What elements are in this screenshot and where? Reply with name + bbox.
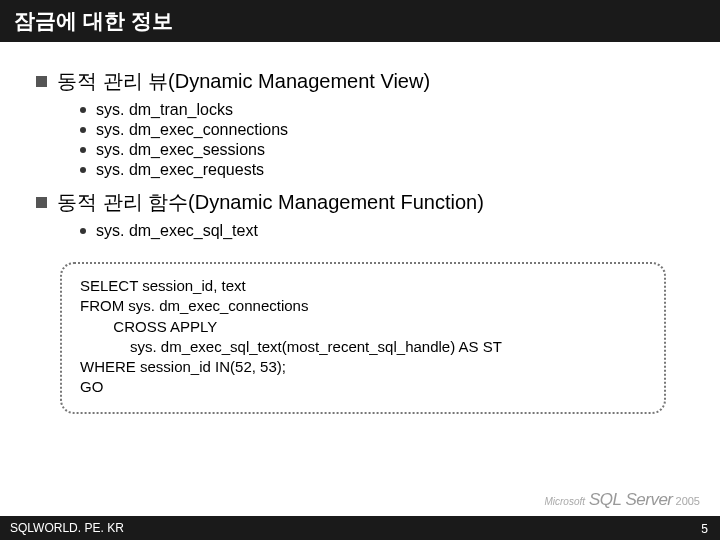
dot-bullet-icon bbox=[80, 167, 86, 173]
section-heading-row: 동적 관리 함수(Dynamic Management Function) bbox=[36, 189, 690, 216]
code-line: CROSS APPLY bbox=[80, 317, 646, 337]
list-item-label: sys. dm_exec_sql_text bbox=[96, 222, 258, 240]
square-bullet-icon bbox=[36, 76, 47, 87]
list-item-label: sys. dm_exec_requests bbox=[96, 161, 264, 179]
code-block: SELECT session_id, text FROM sys. dm_exe… bbox=[60, 262, 666, 414]
list-item: sys. dm_exec_sessions bbox=[80, 141, 690, 159]
code-line: sys. dm_exec_sql_text(most_recent_sql_ha… bbox=[80, 337, 646, 357]
code-line: WHERE session_id IN(52, 53); bbox=[80, 357, 646, 377]
section-heading: 동적 관리 뷰(Dynamic Management View) bbox=[57, 68, 430, 95]
footer-bar: SQLWORLD. PE. KR 5 bbox=[0, 516, 720, 540]
list-item: sys. dm_tran_locks bbox=[80, 101, 690, 119]
footer-text: SQLWORLD. PE. KR bbox=[10, 521, 124, 535]
page-title: 잠금에 대한 정보 bbox=[14, 7, 173, 35]
content-area: 동적 관리 뷰(Dynamic Management View) sys. dm… bbox=[0, 42, 720, 414]
list-item: sys. dm_exec_connections bbox=[80, 121, 690, 139]
dot-bullet-icon bbox=[80, 127, 86, 133]
list-item: sys. dm_exec_requests bbox=[80, 161, 690, 179]
list-item-label: sys. dm_exec_connections bbox=[96, 121, 288, 139]
dot-bullet-icon bbox=[80, 107, 86, 113]
logo-product: SQL Server bbox=[589, 490, 673, 510]
list-item-label: sys. dm_tran_locks bbox=[96, 101, 233, 119]
section-heading: 동적 관리 함수(Dynamic Management Function) bbox=[57, 189, 484, 216]
list-item-label: sys. dm_exec_sessions bbox=[96, 141, 265, 159]
dot-bullet-icon bbox=[80, 228, 86, 234]
sub-list: sys. dm_tran_locks sys. dm_exec_connecti… bbox=[80, 101, 690, 179]
code-line: FROM sys. dm_exec_connections bbox=[80, 296, 646, 316]
list-item: sys. dm_exec_sql_text bbox=[80, 222, 690, 240]
square-bullet-icon bbox=[36, 197, 47, 208]
code-line: SELECT session_id, text bbox=[80, 276, 646, 296]
title-bar: 잠금에 대한 정보 bbox=[0, 0, 720, 42]
logo-vendor: Microsoft bbox=[544, 496, 585, 507]
dot-bullet-icon bbox=[80, 147, 86, 153]
logo-year: 2005 bbox=[676, 495, 700, 507]
code-line: GO bbox=[80, 377, 646, 397]
sub-list: sys. dm_exec_sql_text bbox=[80, 222, 690, 240]
page-number: 5 bbox=[701, 522, 708, 536]
product-logo: Microsoft SQL Server 2005 bbox=[544, 490, 700, 510]
section-heading-row: 동적 관리 뷰(Dynamic Management View) bbox=[36, 68, 690, 95]
